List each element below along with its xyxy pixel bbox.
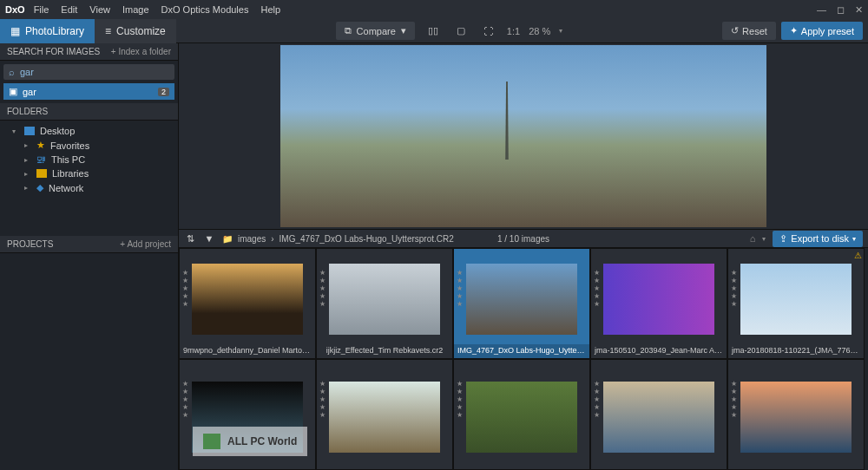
tree-label: Desktop xyxy=(40,126,75,136)
menu-view[interactable]: View xyxy=(89,4,110,15)
folder-icon xyxy=(36,169,47,178)
thumbnail[interactable]: ★★★★★⚠jma-20180818-110221_(JMA_7768).NEF xyxy=(727,248,865,359)
menu-help[interactable]: Help xyxy=(260,4,280,15)
rating-stars[interactable]: ★★★★★ xyxy=(457,381,463,419)
zoom-ratio[interactable]: 1:1 xyxy=(507,26,520,36)
caret-right-icon[interactable]: ▸ xyxy=(24,184,31,192)
watermark-icon xyxy=(203,434,220,449)
tree-item-network[interactable]: ▸ ◆ Network xyxy=(0,180,178,195)
window-controls: — ◻ ✕ xyxy=(817,4,863,16)
svg-rect-0 xyxy=(24,127,35,135)
zoom-percent[interactable]: 28 % xyxy=(529,26,550,36)
sliders-icon: ≡ xyxy=(105,25,111,37)
wand-icon: ✦ xyxy=(790,25,798,36)
add-project-action[interactable]: + Add project xyxy=(120,239,171,249)
apply-label: Apply preset xyxy=(801,26,854,36)
apply-preset-button[interactable]: ✦ Apply preset xyxy=(781,22,863,40)
thumb-filename: jma-20180818-110221_(JMA_7768).NEF xyxy=(728,344,864,358)
image-counter: 1 / 10 images xyxy=(497,234,549,244)
main-toolbar: ▦ PhotoLibrary ≡ Customize ⧉ Compare ▾ ▯… xyxy=(0,19,868,43)
thumbnail[interactable]: ★★★★★ xyxy=(453,359,590,470)
tree-label: Network xyxy=(49,183,83,193)
breadcrumb: 📁 images › IMG_4767_DxO Labs-Hugo_Uytter… xyxy=(222,234,454,244)
sort-icon[interactable]: ⇅ xyxy=(184,229,196,248)
caret-right-icon[interactable]: ▸ xyxy=(24,141,31,149)
thumbnail[interactable]: ★★★★★ijkjiz_Effected_Tim Rebkavets.cr2 xyxy=(316,248,453,359)
rating-stars[interactable]: ★★★★★ xyxy=(594,270,600,308)
search-result-text: gar xyxy=(23,87,36,97)
chevron-down-icon: ▾ xyxy=(852,235,856,243)
rating-stars[interactable]: ★★★★★ xyxy=(182,270,188,308)
home-icon[interactable]: ⌂ xyxy=(750,233,756,244)
close-icon[interactable]: ✕ xyxy=(855,4,863,16)
tree-item-thispc[interactable]: ▸ 🖳 This PC xyxy=(0,153,178,166)
fit-icon[interactable]: ⛶ xyxy=(479,22,498,41)
breadcrumb-file: IMG_4767_DxO Labs-Hugo_Uyttersprot.CR2 xyxy=(279,234,454,244)
thumb-filename: IMG_4767_DxO Labs-Hugo_Uyttersprot.CR2 xyxy=(454,344,589,358)
split-view-icon[interactable]: ▯▯ xyxy=(424,22,443,41)
caret-right-icon[interactable]: ▸ xyxy=(24,156,31,164)
rating-stars[interactable]: ★★★★★ xyxy=(731,381,737,419)
reset-button[interactable]: ↺ Reset xyxy=(722,22,776,40)
rating-stars[interactable]: ★★★★★ xyxy=(594,381,600,419)
thumb-image xyxy=(466,382,577,453)
filter-icon[interactable]: ▼ xyxy=(203,229,215,248)
thumb-image xyxy=(329,382,440,453)
rating-stars[interactable]: ★★★★★ xyxy=(319,381,326,419)
tab-photolibrary[interactable]: ▦ PhotoLibrary xyxy=(0,19,95,43)
menu-optics[interactable]: DxO Optics Modules xyxy=(161,4,249,15)
projects-empty xyxy=(0,253,178,470)
search-result-row[interactable]: ▣ gar 2 xyxy=(3,83,174,100)
caret-right-icon[interactable]: ▸ xyxy=(24,170,31,178)
compare-button[interactable]: ⧉ Compare ▾ xyxy=(336,22,415,40)
thumb-image xyxy=(603,382,714,453)
chevron-down-icon[interactable]: ▾ xyxy=(762,235,766,243)
export-button[interactable]: ⇪ Export to disk ▾ xyxy=(773,231,863,247)
thumb-image xyxy=(603,264,714,335)
maximize-icon[interactable]: ◻ xyxy=(837,4,845,16)
thumbnail[interactable]: ★★★★★ xyxy=(590,359,727,470)
search-input[interactable] xyxy=(20,67,169,77)
tree-label: Favorites xyxy=(50,140,89,151)
tab-customize[interactable]: ≡ Customize xyxy=(95,19,176,43)
pc-icon: 🖳 xyxy=(36,154,46,165)
rating-stars[interactable]: ★★★★★ xyxy=(457,270,463,308)
chevron-right-icon: › xyxy=(271,234,273,244)
breadcrumb-folder[interactable]: images xyxy=(238,234,266,244)
tree-item-libraries[interactable]: ▸ Libraries xyxy=(0,166,178,180)
tree-label: This PC xyxy=(51,154,85,165)
toolbar-center: ⧉ Compare ▾ ▯▯ ▢ ⛶ 1:1 28 % ▾ xyxy=(336,22,563,41)
thumb-row-1: ★★★★★9mwpno_dethdanny_Daniel Marto.nef★★… xyxy=(179,248,868,359)
single-view-icon[interactable]: ▢ xyxy=(451,22,470,41)
folder-icon xyxy=(24,127,35,135)
menu-file[interactable]: File xyxy=(34,4,49,15)
chevron-down-icon[interactable]: ▾ xyxy=(559,27,562,35)
rating-stars[interactable]: ★★★★★ xyxy=(182,381,188,419)
thumbnail[interactable]: ★★★★★ xyxy=(727,359,865,470)
projects-header-label: PROJECTS xyxy=(7,239,53,249)
menu-image[interactable]: Image xyxy=(122,4,149,15)
warning-icon: ⚠ xyxy=(854,251,862,260)
thumb-filename: 9mwpno_dethdanny_Daniel Marto.nef xyxy=(180,344,315,358)
caret-down-icon[interactable]: ▾ xyxy=(12,127,19,135)
search-box[interactable]: ⌕ xyxy=(3,64,174,80)
thumb-image xyxy=(740,264,852,335)
thumbnail[interactable]: ★★★★★9mwpno_dethdanny_Daniel Marto.nef xyxy=(179,248,316,359)
thumbnail[interactable]: ★★★★★jma-150510_203949_Jean-Marc Alexia.… xyxy=(590,248,727,359)
export-label: Export to disk xyxy=(791,233,849,244)
tree-item-desktop[interactable]: ▾ Desktop xyxy=(0,124,178,138)
rating-stars[interactable]: ★★★★★ xyxy=(731,270,737,308)
menu-edit[interactable]: Edit xyxy=(61,4,77,15)
index-folder-action[interactable]: + Index a folder xyxy=(111,47,171,56)
reset-label: Reset xyxy=(742,26,767,36)
preview-pane[interactable] xyxy=(179,43,868,229)
svg-rect-1 xyxy=(36,169,47,178)
rating-stars[interactable]: ★★★★★ xyxy=(319,270,326,308)
thumbnail[interactable]: ★★★★★IMG_4767_DxO Labs-Hugo_Uyttersprot.… xyxy=(453,248,590,359)
thumb-image xyxy=(740,382,852,453)
toolbar-right: ↺ Reset ✦ Apply preset xyxy=(722,22,868,40)
thumbnail[interactable]: ★★★★★ xyxy=(316,359,453,470)
minimize-icon[interactable]: — xyxy=(817,4,826,16)
tree-item-favorites[interactable]: ▸ ★ Favorites xyxy=(0,138,178,153)
compare-icon: ⧉ xyxy=(345,25,352,36)
